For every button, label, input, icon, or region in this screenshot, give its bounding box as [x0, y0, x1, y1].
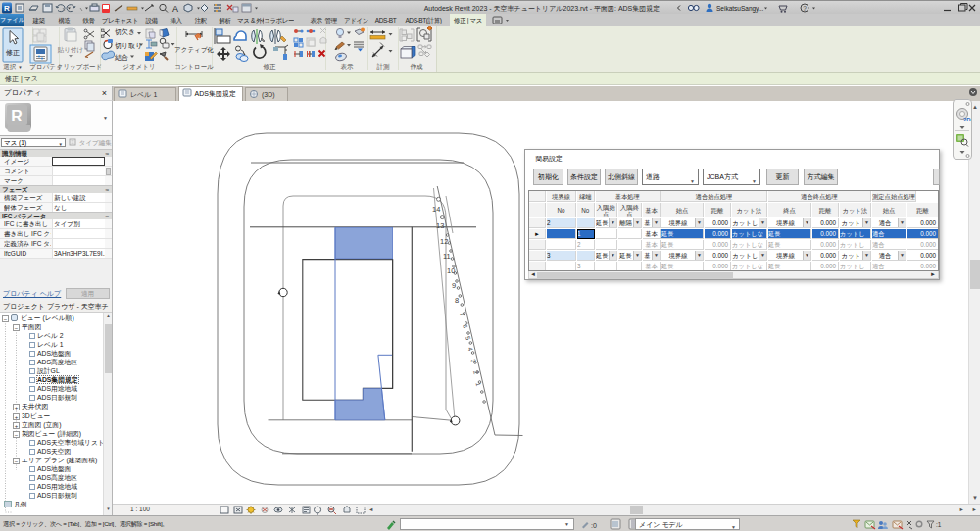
svg-text:A: A: [172, 4, 178, 14]
svg-text:R: R: [11, 108, 23, 124]
svg-text:5: 5: [465, 335, 472, 341]
svg-text:12: 12: [440, 237, 448, 246]
svg-text:10: 10: [447, 266, 455, 275]
svg-text:8: 8: [455, 296, 459, 305]
svg-text:13: 13: [436, 221, 444, 230]
svg-text:9: 9: [452, 281, 456, 290]
svg-text:R: R: [4, 4, 10, 13]
svg-text:14: 14: [432, 205, 440, 214]
svg-text:4: 4: [467, 346, 475, 352]
svg-text:7: 7: [459, 312, 466, 317]
svg-text:6: 6: [462, 323, 469, 329]
svg-text:?: ?: [803, 5, 807, 12]
svg-text:切欠き: 切欠き: [115, 28, 135, 36]
svg-text::1: :1: [936, 521, 942, 528]
svg-text:Autodesk Revit 2023 - 天空率チュートリ: Autodesk Revit 2023 - 天空率チュートリアル2023.rvt…: [424, 5, 661, 13]
svg-text:アクティブ化: アクティブ化: [174, 46, 214, 54]
svg-text:SeikatsuSangy...: SeikatsuSangy...: [716, 5, 763, 13]
svg-text:結合: 結合: [114, 54, 128, 62]
svg-text:1: 1: [475, 381, 483, 387]
svg-text::0: :0: [591, 522, 597, 529]
svg-text:修正: 修正: [6, 49, 20, 57]
svg-text:11: 11: [443, 252, 451, 261]
svg-text:2D: 2D: [963, 117, 971, 122]
svg-text:2: 2: [472, 369, 480, 375]
svg-text:貼り付け: 貼り付け: [58, 46, 83, 54]
svg-text:切り取り: 切り取り: [115, 42, 142, 50]
